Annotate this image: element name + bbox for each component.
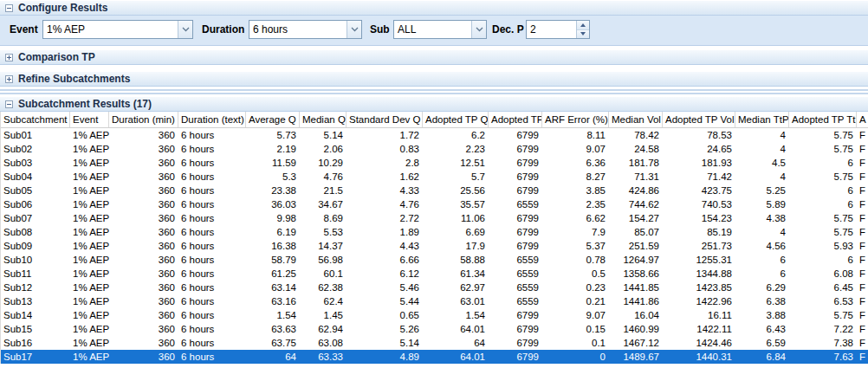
splitter-handle[interactable] (0, 89, 868, 91)
cell: 6.59 (735, 336, 789, 350)
column-header[interactable]: Event (70, 112, 109, 127)
cell: 1344.88 (663, 267, 735, 281)
column-header[interactable]: Median Vol (609, 112, 663, 127)
table-body: Sub011% AEP3606 hours5.735.141.726.26799… (1, 128, 868, 364)
section-title: Configure Results (18, 2, 107, 14)
column-header[interactable]: Duration (text) (178, 112, 246, 127)
cell: 64.01 (423, 350, 489, 364)
arrow-down-icon (580, 32, 586, 36)
cell: 7.63 (789, 350, 857, 364)
table-row[interactable]: Sub021% AEP3606 hours2.192.060.832.23679… (1, 142, 868, 156)
cell: 5.25 (735, 184, 789, 197)
cell: F (857, 281, 868, 294)
cell: 4.76 (347, 197, 423, 211)
expand-icon[interactable] (5, 54, 13, 61)
column-header[interactable]: Standard Dev Q (347, 112, 423, 127)
cell: 1% AEP (70, 253, 109, 267)
cell: 1460.99 (609, 322, 663, 336)
cell: 6.08 (789, 267, 857, 281)
table-row[interactable]: Sub071% AEP3606 hours9.988.692.7211.0667… (1, 211, 868, 225)
column-header[interactable]: Adopted TP Q (423, 112, 489, 127)
chevron-down-icon[interactable] (178, 21, 192, 38)
table-row[interactable]: Sub131% AEP3606 hours63.1662.45.4463.016… (1, 294, 868, 308)
cell: Sub08 (1, 225, 70, 239)
column-header[interactable]: Duration (min) (109, 112, 178, 127)
column-header[interactable]: Adopted TP TtP (789, 112, 857, 127)
sub-dropdown[interactable]: ALL (393, 20, 487, 39)
cell: 9.07 (542, 308, 609, 322)
cell: 6.84 (735, 350, 789, 364)
cell: 2.19 (246, 142, 300, 156)
cell: F (857, 267, 868, 281)
column-header[interactable]: A (857, 112, 868, 127)
table-row[interactable]: Sub051% AEP3606 hours23.3821.54.3325.566… (1, 184, 868, 197)
cell: 5.14 (347, 336, 423, 350)
event-label: Event (10, 23, 38, 36)
table-row[interactable]: Sub101% AEP3606 hours58.7956.986.6658.88… (1, 253, 868, 267)
cell: 1264.97 (609, 253, 663, 267)
chevron-down-icon[interactable] (347, 21, 361, 38)
cell: F (857, 197, 868, 211)
cell: 2.35 (542, 197, 609, 211)
cell: 6799 (489, 128, 542, 142)
cell: 6 hours (178, 156, 246, 170)
cell: 1% AEP (70, 184, 109, 197)
table-row[interactable]: Sub061% AEP3606 hours36.0334.674.7635.57… (1, 197, 868, 211)
column-header[interactable]: Average Q (246, 112, 300, 127)
table-row[interactable]: Sub121% AEP3606 hours63.1462.385.4662.97… (1, 281, 868, 294)
cell: 5.37 (542, 239, 609, 253)
cell: 6 hours (178, 128, 246, 142)
table-row[interactable]: Sub161% AEP3606 hours63.7563.085.1464679… (1, 336, 868, 350)
cell: 2.72 (347, 211, 423, 225)
section-header-subcatchment-results[interactable]: Subcatchment Results (17) (0, 96, 868, 112)
column-header[interactable]: ARF Error (%) (542, 112, 609, 127)
table-row[interactable]: Sub091% AEP3606 hours16.3814.374.4317.96… (1, 239, 868, 253)
table-row[interactable]: Sub141% AEP3606 hours1.541.450.651.54679… (1, 308, 868, 322)
column-header[interactable]: Adopted TP (489, 112, 542, 127)
column-header[interactable]: Subcatchment (1, 112, 70, 127)
collapse-icon[interactable] (5, 4, 13, 12)
cell: 16.11 (663, 308, 735, 322)
table-row[interactable]: Sub111% AEP3606 hours61.2560.16.1261.346… (1, 267, 868, 281)
configure-panel: Event 1% AEP Duration 6 hours Sub ALL De… (0, 16, 868, 46)
decimal-places-stepper[interactable]: 2 (526, 20, 590, 39)
cell: 1489.67 (609, 350, 663, 364)
table-row[interactable]: Sub081% AEP3606 hours6.195.531.896.69679… (1, 225, 868, 239)
cell: Sub15 (1, 322, 70, 336)
cell: 78.42 (609, 128, 663, 142)
column-header[interactable]: Median Q (300, 112, 347, 127)
spin-down-button[interactable] (577, 29, 589, 39)
column-header[interactable]: Adopted TP Vol (663, 112, 735, 127)
expand-icon[interactable] (5, 75, 13, 83)
table-row[interactable]: Sub031% AEP3606 hours11.5910.292.812.516… (1, 156, 868, 170)
table-row[interactable]: Sub011% AEP3606 hours5.735.141.726.26799… (1, 128, 868, 142)
chevron-down-icon[interactable] (471, 21, 486, 38)
collapse-icon[interactable] (5, 100, 13, 108)
section-header-configure-results[interactable]: Configure Results (0, 0, 868, 16)
cell: 5.75 (789, 128, 857, 142)
section-header-comparison-tp[interactable]: Comparison TP (0, 49, 868, 65)
event-dropdown[interactable]: 1% AEP (42, 20, 193, 39)
cell: 1.89 (347, 225, 423, 239)
cell: 5.46 (347, 281, 423, 294)
splitter-handle[interactable] (0, 93, 868, 94)
event-value: 1% AEP (43, 23, 178, 36)
cell: 5.44 (347, 294, 423, 308)
cell: 6799 (489, 142, 542, 156)
cell: 1.72 (347, 128, 423, 142)
cell: 1424.46 (663, 336, 735, 350)
cell: 0.5 (542, 267, 609, 281)
cell: Sub03 (1, 156, 70, 170)
cell: 1.62 (347, 170, 423, 184)
duration-dropdown[interactable]: 6 hours (249, 20, 362, 39)
spin-up-button[interactable] (577, 21, 589, 29)
table-row[interactable]: Sub171% AEP3606 hours6463.334.8964.01679… (1, 350, 868, 364)
cell: 6.62 (542, 211, 609, 225)
cell: 1% AEP (70, 239, 109, 253)
section-header-refine-subcatchments[interactable]: Refine Subcatchments (0, 71, 868, 87)
cell: 6 (789, 156, 857, 170)
cell: 360 (109, 253, 178, 267)
table-row[interactable]: Sub151% AEP3606 hours63.6362.945.2664.01… (1, 322, 868, 336)
table-row[interactable]: Sub041% AEP3606 hours5.34.761.625.767998… (1, 170, 868, 184)
column-header[interactable]: Median TtP (735, 112, 789, 127)
